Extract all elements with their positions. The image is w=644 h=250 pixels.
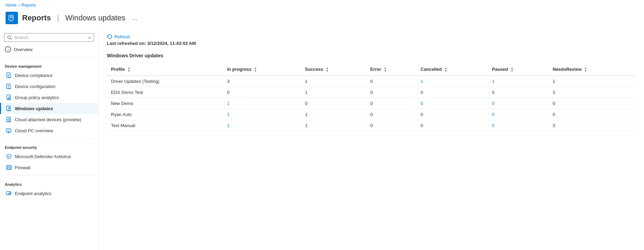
svg-rect-2 xyxy=(10,16,12,17)
cell-error-0: 0 xyxy=(366,76,417,87)
svg-rect-9 xyxy=(7,88,11,89)
windows-driver-updates-table: Profile ▲▼ In progress ▲▼ Success ▲▼ Err… xyxy=(107,64,636,131)
collapse-button[interactable]: « xyxy=(88,35,91,40)
device-compliance-icon xyxy=(6,72,12,78)
col-header-paused[interactable]: Paused ▲▼ xyxy=(488,64,548,76)
sidebar-item-endpoint-analytics[interactable]: Endpoint analytics xyxy=(0,188,98,199)
sidebar-label-cloud-attached-devices: Cloud attached devices (preview) xyxy=(15,117,81,122)
col-header-cancelled[interactable]: Cancelled ▲▼ xyxy=(417,64,488,76)
table-row: Ryan Auto110000 xyxy=(107,109,636,120)
cell-success-3: 1 xyxy=(301,109,366,120)
col-header-error[interactable]: Error ▲▼ xyxy=(366,64,417,76)
sidebar-item-device-compliance[interactable]: Device compliance xyxy=(0,70,98,81)
sort-icon-in-progress[interactable]: ▲▼ xyxy=(254,67,257,73)
svg-rect-27 xyxy=(7,129,10,131)
sidebar-item-overview[interactable]: Overview xyxy=(0,44,98,55)
cloud-pc-overview-icon xyxy=(6,127,12,134)
sidebar-divider-1 xyxy=(4,57,94,57)
search-input[interactable] xyxy=(14,35,86,40)
cell-needs-review-0: 1 xyxy=(549,76,636,87)
sidebar-item-device-configuration[interactable]: Device configuration xyxy=(0,81,98,92)
cell-paused-4[interactable]: 0 xyxy=(488,120,548,131)
refresh-icon xyxy=(107,34,112,39)
sort-icon-profile[interactable]: ▲▼ xyxy=(128,67,130,73)
cell-cancelled-4: 0 xyxy=(417,120,488,131)
svg-rect-14 xyxy=(7,99,11,100)
cell-cancelled-0[interactable]: 1 xyxy=(417,76,488,87)
cell-paused-0[interactable]: 1 xyxy=(488,76,548,87)
page-header-ellipsis[interactable]: ... xyxy=(132,15,138,22)
cell-success-2: 0 xyxy=(301,98,366,109)
cell-paused-3[interactable]: 0 xyxy=(488,109,548,120)
sidebar-label-microsoft-defender-antivirus: Microsoft Defender Antivirus xyxy=(15,154,71,159)
sidebar-item-microsoft-defender-antivirus[interactable]: Microsoft Defender Antivirus xyxy=(0,151,98,162)
device-configuration-icon xyxy=(6,83,12,89)
section-title: Windows Driver updates xyxy=(107,53,636,58)
col-header-needs-review[interactable]: NeedsReview ▲▼ xyxy=(549,64,636,76)
col-header-profile[interactable]: Profile ▲▼ xyxy=(107,64,223,76)
cell-profile-0: Driver Updates (Testing) xyxy=(107,76,223,87)
breadcrumb-reports[interactable]: Reports xyxy=(21,3,36,8)
sidebar-section-analytics: Analytics xyxy=(0,177,98,188)
sidebar: « Overview Device management Device comp… xyxy=(0,28,99,250)
cell-in-progress-2[interactable]: 1 xyxy=(223,98,301,109)
overview-icon xyxy=(5,46,11,52)
svg-rect-15 xyxy=(8,98,8,99)
sidebar-item-windows-updates[interactable]: Windows updates xyxy=(0,103,98,114)
windows-updates-icon xyxy=(6,105,12,112)
svg-rect-19 xyxy=(7,110,11,111)
svg-rect-16 xyxy=(9,97,9,99)
sidebar-label-device-compliance: Device compliance xyxy=(15,73,53,78)
refresh-button[interactable]: Refresh xyxy=(107,34,130,39)
refresh-bar: Refresh Last refreshed on: 3/12/2024, 11… xyxy=(107,34,636,46)
cell-needs-review-3: 0 xyxy=(549,109,636,120)
refresh-label: Refresh xyxy=(114,34,130,39)
sort-icon-error[interactable]: ▲▼ xyxy=(384,67,386,73)
cell-error-3: 0 xyxy=(366,109,417,120)
cell-in-progress-0: 3 xyxy=(223,76,301,87)
sidebar-item-firewall[interactable]: Firewall xyxy=(0,162,98,173)
sidebar-item-cloud-pc-overview[interactable]: Cloud PC overview xyxy=(0,125,98,136)
sort-icon-success[interactable]: ▲▼ xyxy=(326,67,329,73)
cell-error-2: 0 xyxy=(366,98,417,109)
cell-paused-2[interactable]: 0 xyxy=(488,98,548,109)
breadcrumb-home[interactable]: Home xyxy=(6,3,17,8)
cell-error-1: 0 xyxy=(366,87,417,98)
svg-rect-7 xyxy=(7,77,11,78)
sort-icon-needs-review[interactable]: ▲▼ xyxy=(584,67,587,73)
sort-icon-cancelled[interactable]: ▲▼ xyxy=(445,67,447,73)
table-row: Driver Updates (Testing)310111 xyxy=(107,76,636,87)
sidebar-section-endpoint-security: Endpoint security xyxy=(0,141,98,151)
sidebar-label-windows-updates: Windows updates xyxy=(15,106,53,111)
cell-cancelled-2[interactable]: 0 xyxy=(417,98,488,109)
cell-in-progress-3[interactable]: 1 xyxy=(223,109,301,120)
sidebar-label-group-policy-analytics: Group policy analytics xyxy=(15,95,59,100)
sort-icon-paused[interactable]: ▲▼ xyxy=(511,67,513,73)
page-title-reports: Reports xyxy=(22,13,51,22)
svg-rect-21 xyxy=(7,117,10,122)
main-content: Refresh Last refreshed on: 3/12/2024, 11… xyxy=(99,28,644,250)
search-box[interactable]: « xyxy=(4,33,94,42)
cell-error-4: 0 xyxy=(366,120,417,131)
cell-in-progress-4[interactable]: 1 xyxy=(223,120,301,131)
page-title-subtitle: Windows updates xyxy=(65,13,125,22)
sidebar-item-cloud-attached-devices[interactable]: Cloud attached devices (preview) xyxy=(0,114,98,125)
col-header-success[interactable]: Success ▲▼ xyxy=(301,64,366,76)
table-row: EDS Demo Test010003 xyxy=(107,87,636,98)
search-icon xyxy=(7,35,12,40)
endpoint-analytics-icon xyxy=(6,190,12,196)
sidebar-item-group-policy-analytics[interactable]: Group policy analytics xyxy=(0,92,98,103)
cell-profile-4: Test Manual xyxy=(107,120,223,131)
cell-success-4: 1 xyxy=(301,120,366,131)
page-title-separator: | xyxy=(57,13,59,22)
sidebar-label-device-configuration: Device configuration xyxy=(15,84,56,89)
svg-rect-34 xyxy=(8,193,8,194)
svg-rect-6 xyxy=(7,73,10,77)
col-header-in-progress[interactable]: In progress ▲▼ xyxy=(223,64,301,76)
svg-rect-36 xyxy=(10,192,10,195)
cell-needs-review-4: 3 xyxy=(549,120,636,131)
cell-paused-1: 0 xyxy=(488,87,548,98)
page-header: Reports | Windows updates ... xyxy=(0,10,644,28)
table-row: New Demo100000 xyxy=(107,98,636,109)
cell-needs-review-1: 3 xyxy=(549,87,636,98)
